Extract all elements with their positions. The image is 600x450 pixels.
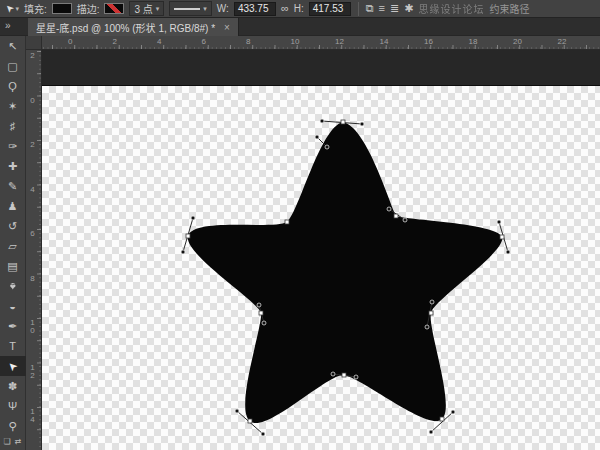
foreground-background-colors-icon[interactable]: ❏ [4,437,11,446]
crop-tool[interactable]: ♯ [0,116,26,136]
move-tool[interactable]: ↖ [0,36,26,56]
fill-swatch[interactable] [52,3,72,14]
dodge-tool[interactable]: ◒ [0,296,26,316]
gradient-tool[interactable]: ▤ [0,256,26,276]
custom-shape-tool[interactable]: ✽ [0,376,26,396]
brush-tool[interactable]: ✎ [0,176,26,196]
anchor-point-upper-left-inner[interactable] [285,220,289,224]
bezier-handle-point[interactable] [325,145,329,149]
bezier-handle-point[interactable] [429,430,433,434]
chevron-down-icon: ▾ [156,5,160,13]
path-operations-icon[interactable]: ⧉ [366,3,374,14]
bezier-handle-point[interactable] [360,122,364,126]
bezier-handle-point[interactable] [430,300,434,304]
bezier-handle-point[interactable] [497,220,501,224]
ruler-left-label: 6 [28,229,37,237]
lasso-tool[interactable]: Ϙ [0,76,26,96]
fill-label: 填充: [24,1,47,16]
path-arrangement-icon[interactable]: ≣ [390,3,399,14]
custom-shape-tool-icon: ✽ [8,381,17,392]
bezier-handle-point[interactable] [235,409,239,413]
clone-stamp-tool-icon: ♟ [8,201,18,212]
ruler-corner[interactable] [26,36,42,50]
move-tool-icon: ↖ [8,41,17,52]
ruler-top-label: 4 [157,37,161,46]
anchor-point-left-tip[interactable] [186,234,190,238]
pen-tool[interactable]: ✒ [0,316,26,336]
history-brush-tool[interactable]: ↺ [0,216,26,236]
path-alignment-icon[interactable]: ≡ [379,3,385,14]
tool-strip: ↖▢Ϙ✶♯✑✚✎♟↺▱▤♠◒✒T➤✽Ψ⚲❏⇄ [0,36,26,450]
document-tab[interactable]: 星星-底.psd @ 100% (形状 1, RGB/8#) * × [28,18,239,36]
eraser-tool-icon: ▱ [8,241,16,252]
path-selection-tool[interactable]: ➤ [0,356,26,376]
bezier-handle-point[interactable] [425,325,429,329]
star-shape-canvas[interactable] [42,50,600,450]
ruler-top[interactable]: 024681012141618202224 [42,36,600,50]
stroke-style-dropdown[interactable]: ▾ [169,1,212,16]
bezier-handle-point[interactable] [506,250,510,254]
type-tool[interactable]: T [0,336,26,356]
star-shape[interactable] [188,122,502,423]
pen-tool-icon: ✒ [8,321,17,332]
document-tab-title: 星星-底.psd @ 100% (形状 1, RGB/8#) * [36,20,215,35]
type-tool-icon: T [9,341,16,352]
collapse-toolbar-icon[interactable]: » [5,20,11,31]
eraser-tool[interactable]: ▱ [0,236,26,256]
ruler-top-label: 10 [291,37,300,46]
stroke-label: 描边: [77,1,100,16]
ruler-left-label: 4 [28,185,37,193]
options-bar: ➤ ▾ 填充: 描边: 3 点 ▾ ▾ W: 433.75 ∞ H: 417.5… [0,0,600,18]
bezier-handle-point[interactable] [181,250,185,254]
hand-tool[interactable]: Ψ [0,396,26,416]
shape-width-input[interactable]: 433.75 [234,2,276,16]
eyedropper-tool[interactable]: ✑ [0,136,26,156]
gear-icon[interactable]: ✱ [404,3,413,14]
constrain-path-label[interactable]: 约束路径 [489,1,529,16]
canvas-area[interactable] [42,50,600,450]
blur-tool-icon: ♠ [10,281,16,292]
anchor-point-lower-right-inner[interactable] [429,311,433,315]
stroke-width-value: 3 点 [134,1,152,16]
rectangular-marquee-tool[interactable]: ▢ [0,56,26,76]
shape-height-input[interactable]: 417.53 [309,2,351,16]
bezier-handle-point[interactable] [191,216,195,220]
anchor-point-upper-right-inner[interactable] [394,214,398,218]
bezier-handle-point[interactable] [354,375,358,379]
ruler-top-label: 16 [424,37,433,46]
bezier-handle-point[interactable] [320,119,324,123]
ruler-left-label: 12 [28,363,37,379]
ruler-left[interactable]: 202468101214 [26,50,42,450]
anchor-point-bottom-right-tip[interactable] [440,417,444,421]
path-selection-tool-icon: ➤ [2,2,16,16]
solid-line-icon [174,8,200,10]
healing-brush-tool-icon: ✚ [8,161,17,172]
zoom-tool[interactable]: ⚲ [0,416,26,436]
stroke-width-dropdown[interactable]: 3 点 ▾ [129,1,164,16]
bezier-handle-point[interactable] [262,321,266,325]
link-dimensions-icon[interactable]: ∞ [281,3,289,14]
healing-brush-tool[interactable]: ✚ [0,156,26,176]
ruler-top-label: 6 [202,37,206,46]
bezier-handle-point[interactable] [261,432,265,436]
bezier-handle-point[interactable] [331,372,335,376]
divider [358,2,359,16]
bezier-handle-point[interactable] [451,410,455,414]
stroke-swatch[interactable] [104,3,124,14]
bezier-handle-point[interactable] [257,303,261,307]
anchor-point-bottom-center-inner[interactable] [342,373,346,377]
anchor-point-top-tip[interactable] [341,120,345,124]
tool-preset-picker[interactable]: ➤ ▾ [5,3,19,14]
close-icon[interactable]: × [224,22,230,33]
bezier-handle-point[interactable] [315,135,319,139]
ruler-top-label: 18 [469,37,478,46]
clone-stamp-tool[interactable]: ♟ [0,196,26,216]
bezier-handle-point[interactable] [403,218,407,222]
magic-wand-tool[interactable]: ✶ [0,96,26,116]
blur-tool[interactable]: ♠ [0,276,26,296]
swap-colors-icon[interactable]: ⇄ [15,437,22,446]
anchor-point-bottom-left-tip[interactable] [248,419,252,423]
anchor-point-right-tip[interactable] [500,235,504,239]
bezier-handle-point[interactable] [387,207,391,211]
anchor-point-lower-left-inner[interactable] [259,311,263,315]
